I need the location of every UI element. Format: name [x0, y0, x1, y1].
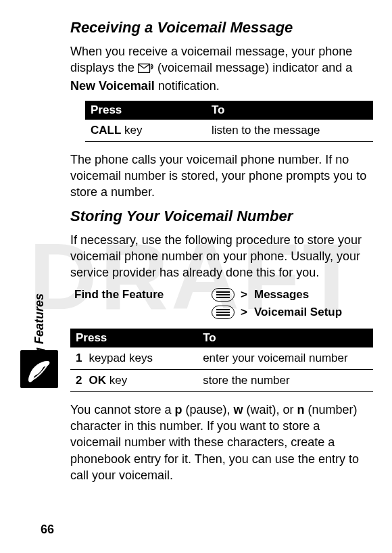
press-to-table-2: Press To 1keypad keys enter your voicema…: [70, 329, 373, 392]
phone-section-icon-bg: [20, 350, 58, 388]
press-to-table-1: Press To CALL key listen to the message: [85, 101, 373, 142]
find-the-feature-row-2: > Voicemail Setup: [70, 306, 373, 319]
text-fragment: key: [106, 374, 127, 387]
table-row: 1keypad keys enter your voicemail number: [70, 347, 373, 370]
phone-handset-icon: [24, 354, 54, 384]
text-fragment: key: [121, 124, 142, 137]
menu-item-messages: Messages: [254, 288, 309, 302]
ok-key-label: OK: [89, 374, 106, 387]
text-fragment: keypad keys: [89, 352, 153, 364]
page-content: Receiving a Voicemail Message When you r…: [70, 19, 373, 534]
chevron-gt: >: [241, 288, 254, 302]
menu-key-icon: [212, 288, 235, 302]
find-the-feature-row-1: Find the Feature > Messages: [70, 288, 373, 302]
menu-item-voicemail-setup: Voicemail Setup: [254, 306, 342, 319]
new-voicemail-label: New Voicemail: [70, 79, 155, 93]
text-fragment: (voicemail message) indicator and a: [157, 61, 352, 74]
char-w: w: [234, 403, 243, 416]
find-the-feature-label: Find the Feature: [70, 288, 205, 302]
step-number: 1: [76, 352, 82, 364]
para-receive-2: The phone calls your voicemail phone num…: [70, 151, 373, 201]
text-fragment: notification.: [158, 79, 220, 93]
para-store-2: You cannot store a p (pause), w (wait), …: [70, 402, 373, 483]
table-row: 2OK key store the number: [70, 369, 373, 391]
step-number: 2: [76, 374, 82, 387]
table-action: listen to the message: [206, 120, 373, 142]
char-n: n: [297, 403, 305, 416]
voicemail-envelope-icon: [138, 61, 154, 77]
text-fragment: You cannot store a: [70, 403, 174, 416]
chevron-gt: >: [241, 306, 254, 319]
phone-section-icon-wrap: [20, 350, 58, 388]
table-header-to: To: [206, 101, 373, 120]
table-header-press: Press: [70, 329, 197, 347]
heading-storing-voicemail: Storing Your Voicemail Number: [70, 208, 373, 225]
heading-receiving-voicemail: Receiving a Voicemail Message: [70, 19, 373, 37]
table-row: CALL key listen to the message: [85, 120, 373, 142]
table-header-press: Press: [85, 101, 206, 120]
menu-key-icon: [212, 306, 235, 319]
para-store-1: If necessary, use the following procedur…: [70, 232, 373, 281]
text-fragment: (pause),: [182, 403, 233, 416]
call-key-label: CALL: [91, 124, 121, 137]
page-number: 66: [41, 523, 54, 537]
char-p: p: [174, 403, 182, 416]
para-receive-1: When you receive a voicemail message, yo…: [70, 43, 373, 94]
table-action: store the number: [197, 369, 373, 391]
table-header-to: To: [197, 329, 373, 347]
text-fragment: (wait), or: [243, 403, 297, 416]
table-action: enter your voicemail number: [197, 347, 373, 370]
